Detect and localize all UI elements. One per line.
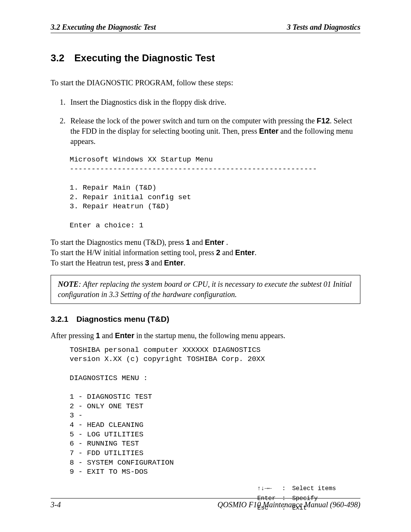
diagnostics-menu-block: TOSHIBA personal computer XXXXXX DIAGNOS…: [70, 345, 360, 477]
running-footer: 3-4 QOSMIO F10 Maintenance Manual (960-4…: [51, 498, 360, 509]
note-label: NOTE: [58, 280, 78, 288]
header-left: 3.2 Executing the Diagnostic Test: [51, 23, 156, 32]
startup-menu-block: Microsoft Windows XX Startup Menu ------…: [70, 155, 360, 230]
header-right: 3 Tests and Diagnostics: [287, 23, 360, 32]
note-text: : After replacing the system board or CP…: [58, 280, 352, 299]
step-1: Insert the Diagnostics disk in the flopp…: [67, 97, 360, 107]
step-list: Insert the Diagnostics disk in the flopp…: [51, 97, 360, 147]
page: 3.2 Executing the Diagnostic Test 3 Test…: [0, 0, 411, 532]
subsection-heading: Diagnostics menu (T&D): [76, 315, 169, 323]
intro-text: To start the DIAGNOSTIC PROGRAM, follow …: [51, 78, 360, 88]
running-header: 3.2 Executing the Diagnostic Test 3 Test…: [51, 23, 360, 33]
section-heading: Executing the Diagnostic Test: [74, 52, 215, 64]
subsection-number: 3.2.1: [51, 315, 74, 324]
footer-page-number: 3-4: [51, 500, 61, 509]
note-box: NOTE: After replacing the system board o…: [51, 275, 360, 304]
subsection-title: 3.2.1 Diagnostics menu (T&D): [51, 315, 360, 324]
arrows-icon: ↑↓→←: [257, 484, 281, 494]
legend-row: ↑↓→← : Select items: [257, 484, 341, 494]
step-2: Release the lock of the power switch and…: [67, 116, 360, 147]
footer-manual-title: QOSMIO F10 Maintenance Manual (960-498): [218, 500, 360, 509]
key-enter: Enter: [259, 127, 279, 135]
section-number: 3.2: [51, 52, 72, 64]
section-title: 3.2 Executing the Diagnostic Test: [51, 52, 360, 64]
after-press-text: After pressing 1 and Enter in the startu…: [51, 331, 360, 341]
post-steps-block: To start the Diagnostics menu (T&D), pre…: [51, 237, 360, 268]
key-f12: F12: [317, 117, 330, 125]
